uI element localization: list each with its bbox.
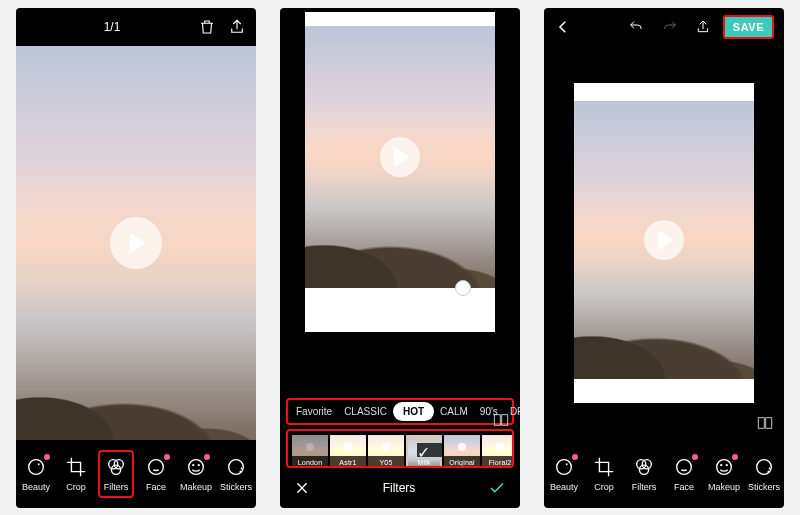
svg-point-23	[757, 459, 772, 474]
stickers-icon	[753, 456, 775, 478]
badge-dot	[164, 454, 170, 460]
compare-icon[interactable]	[756, 414, 774, 432]
filter-label: Astr1	[339, 459, 356, 466]
svg-rect-13	[766, 417, 772, 428]
badge-dot	[732, 454, 738, 460]
tool-label: Stickers	[748, 482, 780, 492]
crop-icon	[65, 456, 87, 478]
tool-label: Face	[674, 482, 694, 492]
filter-floral2[interactable]: Floral2	[482, 435, 514, 466]
page-counter: 1/1	[104, 20, 121, 34]
tool-label: Crop	[66, 482, 86, 492]
svg-point-0	[29, 459, 44, 474]
save-button[interactable]: SAVE	[723, 15, 774, 39]
redo-icon[interactable]	[661, 19, 679, 35]
category-calm[interactable]: CALM	[434, 402, 474, 421]
svg-point-7	[193, 464, 194, 465]
badge-dot	[204, 454, 210, 460]
video-preview[interactable]	[16, 46, 256, 440]
tool-face[interactable]: Face	[138, 452, 174, 496]
svg-point-3	[114, 459, 123, 468]
filters-icon	[105, 456, 127, 478]
tool-label: Makeup	[708, 482, 740, 492]
preview-area	[280, 8, 520, 394]
tool-filters[interactable]: Filters	[626, 452, 662, 496]
filter-label: Floral2	[489, 459, 512, 466]
tool-crop[interactable]: Crop	[58, 452, 94, 496]
tool-label: Filters	[632, 482, 657, 492]
category-hot[interactable]: HOT	[393, 402, 434, 421]
slider-knob[interactable]	[455, 280, 471, 296]
filter-london[interactable]: London	[292, 435, 328, 466]
filter-thumbnails: LondonAstr1Y05MilkOriginalFloral2Milky w	[286, 429, 514, 468]
filter-label: Milk	[417, 459, 430, 466]
filter-y05[interactable]: Y05	[368, 435, 404, 466]
svg-point-9	[229, 459, 244, 474]
screen-1-editor: 1/1 BeautyCropFiltersFaceMakeupStickers	[16, 8, 256, 508]
filter-astr1[interactable]: Astr1	[330, 435, 366, 466]
svg-point-21	[721, 464, 722, 465]
share-icon[interactable]	[228, 18, 246, 36]
badge-dot	[692, 454, 698, 460]
svg-point-15	[566, 463, 568, 465]
category-classic[interactable]: CLASSIC	[338, 402, 393, 421]
svg-point-4	[111, 465, 120, 474]
svg-rect-10	[494, 414, 500, 425]
play-icon[interactable]	[110, 217, 162, 269]
tool-crop[interactable]: Crop	[586, 452, 622, 496]
panel-title: Filters	[383, 481, 416, 495]
video-preview[interactable]	[574, 83, 754, 403]
play-icon[interactable]	[380, 137, 420, 177]
tool-label: Beauty	[22, 482, 50, 492]
undo-icon[interactable]	[627, 19, 645, 35]
compare-icon[interactable]	[492, 338, 510, 502]
tool-label: Face	[146, 482, 166, 492]
badge-dot	[44, 454, 50, 460]
category-favorite[interactable]: Favorite	[290, 402, 338, 421]
tool-label: Filters	[104, 482, 129, 492]
tool-label: Crop	[594, 482, 614, 492]
screen-2-filters: FavoriteCLASSICHOTCALM90'sDREAMY LondonA…	[280, 8, 520, 508]
svg-point-6	[189, 459, 204, 474]
tool-label: Stickers	[220, 482, 252, 492]
toolbar: BeautyCropFiltersFaceMakeupStickers	[16, 440, 256, 508]
back-icon[interactable]	[554, 18, 572, 36]
tool-stickers[interactable]: Stickers	[218, 452, 254, 496]
tool-face[interactable]: Face	[666, 452, 702, 496]
crop-icon	[593, 456, 615, 478]
play-icon[interactable]	[644, 220, 684, 260]
tool-makeup[interactable]: Makeup	[706, 452, 742, 496]
svg-point-8	[198, 464, 199, 465]
toolbar: BeautyCropFiltersFaceMakeupStickers	[544, 440, 784, 508]
filters-icon	[633, 456, 655, 478]
slider-track[interactable]	[305, 288, 495, 332]
svg-point-17	[642, 459, 651, 468]
svg-rect-12	[758, 417, 764, 428]
topbar: SAVE	[544, 8, 784, 46]
svg-point-22	[726, 464, 727, 465]
delete-icon[interactable]	[198, 18, 216, 36]
badge-dot	[572, 454, 578, 460]
tool-beauty[interactable]: Beauty	[18, 452, 54, 496]
tool-stickers[interactable]: Stickers	[746, 452, 782, 496]
svg-point-20	[717, 459, 732, 474]
svg-point-5	[149, 459, 164, 474]
video-preview[interactable]	[305, 12, 495, 332]
svg-point-19	[677, 459, 692, 474]
tool-makeup[interactable]: Makeup	[178, 452, 214, 496]
filter-milk[interactable]: Milk	[406, 435, 442, 466]
filter-category-row: FavoriteCLASSICHOTCALM90'sDREAMY	[286, 398, 514, 425]
tool-beauty[interactable]: Beauty	[546, 452, 582, 496]
svg-point-1	[38, 463, 40, 465]
svg-point-14	[557, 459, 572, 474]
filters-footer: Filters	[280, 468, 520, 508]
tool-label: Beauty	[550, 482, 578, 492]
svg-point-18	[639, 465, 648, 474]
topbar: 1/1	[16, 8, 256, 46]
filter-original[interactable]: Original	[444, 435, 480, 466]
close-icon[interactable]	[294, 480, 310, 496]
tool-filters[interactable]: Filters	[98, 450, 134, 498]
share-icon[interactable]	[695, 19, 711, 35]
stickers-icon	[225, 456, 247, 478]
canvas	[544, 46, 784, 440]
